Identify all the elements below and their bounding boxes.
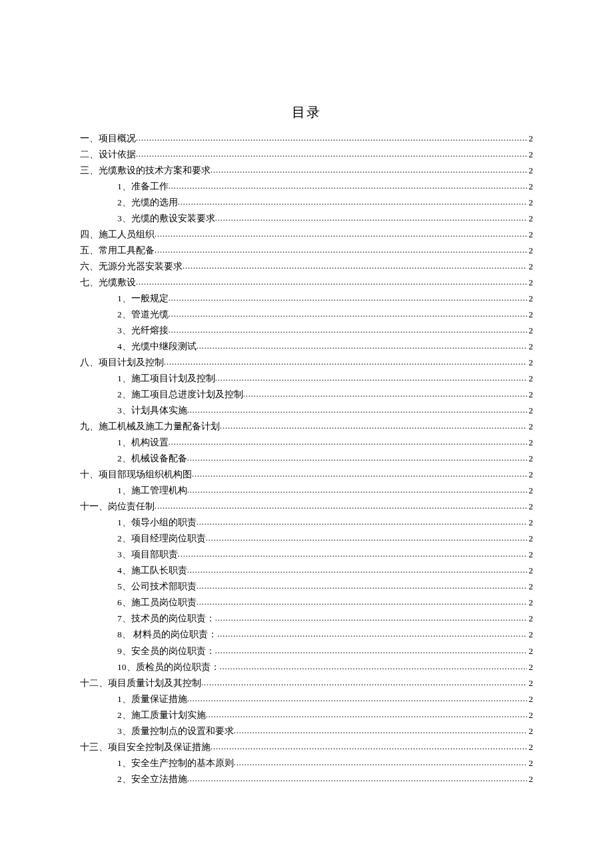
toc-entry[interactable]: 3、质量控制点的设置和要求2 — [80, 723, 533, 739]
toc-dots — [197, 579, 528, 593]
toc-entry[interactable]: 五、常用工具配备2 — [80, 243, 533, 259]
toc-entry-label: 十二、项目质量计划及其控制 — [80, 675, 201, 691]
toc-entry-page: 2 — [527, 531, 533, 547]
toc-entry-page: 2 — [527, 627, 533, 643]
toc-dots — [206, 708, 528, 722]
toc-entry-label: 4、施工队长职责 — [117, 563, 187, 579]
toc-entry[interactable]: 3、光纤熔接2 — [80, 323, 533, 339]
toc-dots — [197, 515, 528, 529]
toc-entry[interactable]: 八、项目计划及控制2 — [80, 355, 533, 371]
toc-entry-label: 3、项目部职责 — [117, 547, 178, 563]
toc-dots — [136, 147, 527, 161]
toc-dots — [178, 547, 528, 561]
toc-entry-page: 2 — [527, 371, 533, 387]
toc-entry-page: 2 — [527, 451, 533, 467]
toc-entry-page: 2 — [527, 691, 533, 707]
toc-entry[interactable]: 1、一般规定2 — [80, 291, 533, 307]
toc-entry-page: 2 — [527, 195, 533, 211]
toc-entry-page: 2 — [527, 675, 533, 691]
toc-dots — [187, 692, 528, 706]
toc-entry[interactable]: 三、光缆敷设的技术方案和要求2 — [80, 163, 533, 179]
toc-entry-label: 1、施工管理机构 — [117, 483, 187, 499]
toc-entry[interactable]: 1、领导小组的职责2 — [80, 515, 533, 531]
toc-entry[interactable]: 3、计划具体实施2 — [80, 403, 533, 419]
toc-entry-label: 一、项目概况 — [80, 131, 136, 147]
toc-entry[interactable]: 一、项目概况2 — [80, 131, 533, 147]
toc-entry-label: 2、机械设备配备 — [117, 451, 187, 467]
toc-entry-label: 3、光缆的敷设安装要求 — [117, 211, 215, 227]
toc-dots — [197, 595, 528, 609]
toc-entry[interactable]: 2、施工质量计划实施2 — [80, 707, 533, 723]
toc-dots — [155, 243, 527, 257]
toc-dots — [215, 644, 528, 658]
toc-entry[interactable]: 4、光缆中继段测试2 — [80, 339, 533, 355]
toc-entry-page: 2 — [527, 771, 533, 787]
toc-dots — [187, 451, 528, 465]
toc-dots — [215, 371, 528, 385]
toc-entry[interactable]: 2、项目经理岗位职责2 — [80, 531, 533, 547]
toc-entry-label: 8、 材料员的岗位职责： — [117, 627, 217, 643]
toc-entry[interactable]: 1、机构设置2 — [80, 435, 533, 451]
toc-entry[interactable]: 六、无源分光器安装要求2 — [80, 259, 533, 275]
toc-entry[interactable]: 1、安全生产控制的基本原则2 — [80, 755, 533, 771]
toc-entry-page: 2 — [527, 403, 533, 419]
toc-entry-label: 2、项目经理岗位职责 — [117, 531, 206, 547]
toc-entry[interactable]: 2、施工项目总进度计划及控制2 — [80, 387, 533, 403]
toc-entry[interactable]: 1、质量保证措施2 — [80, 691, 533, 707]
toc-entry[interactable]: 1、准备工作2 — [80, 179, 533, 195]
toc-entry[interactable]: 二、设计依据2 — [80, 147, 533, 163]
toc-entry-page: 2 — [527, 659, 533, 675]
toc-entry-label: 三、光缆敷设的技术方案和要求 — [80, 163, 211, 179]
toc-dots — [234, 724, 528, 738]
toc-dots — [220, 660, 528, 674]
toc-entry[interactable]: 9、安全员的岗位职责：2 — [80, 643, 533, 659]
toc-entry[interactable]: 十一、岗位责任制2 — [80, 499, 533, 515]
toc-entry[interactable]: 10、质检员的岗位职责：2 — [80, 659, 533, 675]
toc-entry-label: 1、准备工作 — [117, 179, 169, 195]
toc-dots — [169, 323, 528, 337]
toc-entry[interactable]: 6、施工员岗位职责2 — [80, 595, 533, 611]
toc-dots — [197, 339, 528, 353]
toc-entry-page: 2 — [527, 467, 533, 483]
toc-entry[interactable]: 十二、项目质量计划及其控制2 — [80, 675, 533, 691]
toc-entry-label: 1、施工项目计划及控制 — [117, 371, 215, 387]
toc-entry-label: 二、设计依据 — [80, 147, 136, 163]
toc-entry[interactable]: 3、项目部职责2 — [80, 547, 533, 563]
toc-entry[interactable]: 2、安全立法措施2 — [80, 771, 533, 787]
toc-entry-label: 八、项目计划及控制 — [80, 355, 164, 371]
toc-entry-label: 3、计划具体实施 — [117, 403, 187, 419]
toc-entry-page: 2 — [527, 339, 533, 355]
toc-dots — [183, 259, 527, 273]
toc-entry[interactable]: 8、 材料员的岗位职责：2 — [80, 627, 533, 643]
toc-entry[interactable]: 七、光缆敷设2 — [80, 275, 533, 291]
toc-entry[interactable]: 1、施工管理机构2 — [80, 483, 533, 499]
toc-entry[interactable]: 5、公司技术部职责2 — [80, 579, 533, 595]
toc-entry[interactable]: 4、施工队长职责2 — [80, 563, 533, 579]
toc-entry[interactable]: 2、管道光缆2 — [80, 307, 533, 323]
toc-entry[interactable]: 九、施工机械及施工力量配备计划2 — [80, 419, 533, 435]
toc-entry[interactable]: 2、光缆的选用2 — [80, 195, 533, 211]
toc-entry-page: 2 — [527, 739, 533, 755]
toc-entry-label: 2、管道光缆 — [117, 307, 169, 323]
toc-entry[interactable]: 四、施工人员组织2 — [80, 227, 533, 243]
toc-dots — [187, 403, 528, 417]
toc-entry[interactable]: 1、施工项目计划及控制2 — [80, 371, 533, 387]
toc-entry-page: 2 — [527, 259, 533, 275]
toc-entry[interactable]: 3、光缆的敷设安装要求2 — [80, 211, 533, 227]
toc-entry-label: 九、施工机械及施工力量配备计划 — [80, 419, 220, 435]
toc-dots — [169, 179, 528, 193]
toc-entry[interactable]: 十、项目部现场组织机构图2 — [80, 467, 533, 483]
toc-dots — [169, 291, 528, 305]
toc-entry[interactable]: 7、技术员的岗位职责：2 — [80, 611, 533, 627]
toc-entry[interactable]: 2、机械设备配备2 — [80, 451, 533, 467]
toc-dots — [201, 676, 527, 690]
toc-entry-page: 2 — [527, 291, 533, 307]
toc-entry-label: 7、技术员的岗位职责： — [117, 611, 215, 627]
toc-dots — [234, 756, 528, 770]
toc-entry-page: 2 — [527, 483, 533, 499]
toc-entry-label: 2、安全立法措施 — [117, 771, 187, 787]
toc-entry[interactable]: 十三、项目安全控制及保证措施2 — [80, 739, 533, 755]
toc-entry-page: 2 — [527, 563, 533, 579]
toc-dots — [187, 563, 528, 577]
toc-dots — [136, 275, 527, 289]
